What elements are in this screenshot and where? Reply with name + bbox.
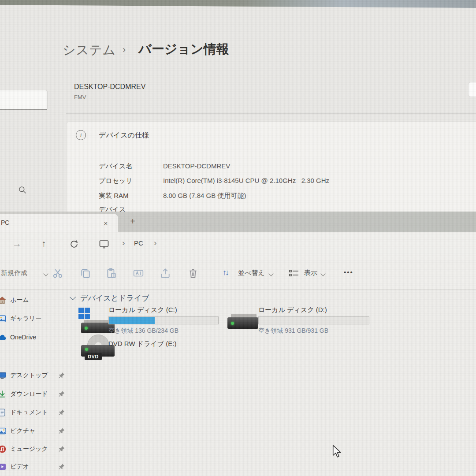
spec-value-ram: 8.00 GB (7.84 GB 使用可能)	[163, 192, 246, 200]
breadcrumb-pc[interactable]: PC	[134, 239, 143, 247]
downloads-icon	[0, 390, 7, 398]
explorer-window: PC × + → ↑ › PC › 新規作成	[0, 212, 476, 476]
forward-icon[interactable]: →	[12, 238, 22, 249]
new-button[interactable]: 新規作成	[1, 269, 27, 277]
device-name-header: DESKTOP-DCDMREV	[74, 83, 145, 91]
capacity-bar	[258, 316, 369, 324]
explorer-tab-bar: PC × +	[0, 212, 476, 232]
free-space-text: 空き領域 931 GB/931 GB	[258, 327, 328, 335]
sidebar-item-label: ダウンロード	[10, 390, 48, 398]
tab-close-icon[interactable]: ×	[100, 218, 111, 228]
sidebar-item-label: ドキュメント	[10, 409, 48, 416]
sidebar-item-desktop[interactable]: デスクトップ	[0, 370, 67, 385]
paste-icon[interactable]	[106, 268, 117, 279]
copy-icon[interactable]	[80, 268, 91, 279]
this-pc-icon[interactable]	[99, 239, 109, 249]
free-space-text: 空き領域 136 GB/234 GB	[108, 327, 178, 335]
breadcrumb-separator: ›	[123, 44, 126, 56]
chevron-down-icon	[268, 271, 273, 276]
sidebar-item-onedrive[interactable]: OneDrive	[0, 332, 67, 347]
gallery-icon	[0, 314, 7, 323]
specs-card-title: デバイスの仕様	[99, 131, 149, 140]
breadcrumb-chevron-icon: ›	[122, 238, 125, 248]
sidebar-item-music[interactable]: ミュージック	[0, 444, 67, 459]
spec-label-processor: プロセッサ	[99, 177, 160, 185]
pin-icon	[58, 409, 65, 416]
mouse-cursor	[332, 444, 342, 459]
group-header-devices-and-drives[interactable]: デバイスとドライブ	[80, 293, 149, 303]
pin-icon	[58, 463, 65, 470]
explorer-nav-bar: → ↑ › PC ›	[0, 232, 476, 258]
sidebar-item-label: OneDrive	[10, 334, 36, 341]
sidebar-item-label: デスクトップ	[10, 372, 48, 379]
search-icon	[18, 186, 27, 194]
sidebar-item-videos[interactable]: ビデオ	[0, 461, 67, 476]
home-icon	[0, 296, 7, 305]
sidebar-item-gallery[interactable]: ギャラリー	[0, 313, 67, 328]
music-icon	[0, 445, 7, 454]
breadcrumb-system[interactable]: システム	[63, 41, 116, 59]
tab-pc[interactable]: PC ×	[0, 214, 118, 232]
spec-value-device-name: DESKTOP-DCDMREV	[163, 162, 230, 170]
explorer-toolbar: 新規作成 ↑↓ 並べ替え 表示 •••	[0, 258, 476, 290]
pin-icon	[58, 390, 65, 397]
documents-icon	[0, 408, 7, 417]
drive-item-e-dvd[interactable]: DVD DVD RW ドライブ (E:)	[74, 342, 228, 372]
new-tab-icon[interactable]: +	[127, 216, 138, 227]
share-icon[interactable]	[160, 268, 171, 279]
cut-icon[interactable]	[52, 268, 63, 279]
sidebar-item-label: ピクチャ	[10, 427, 35, 435]
sidebar-item-pictures[interactable]: ピクチャ	[0, 426, 67, 441]
tab-title: PC	[1, 219, 9, 226]
pin-icon	[58, 446, 65, 452]
view-icon	[289, 269, 299, 278]
sidebar-item-label: ミュージック	[10, 445, 48, 453]
up-icon[interactable]: ↑	[41, 238, 46, 249]
sidebar-item-label: ホーム	[10, 296, 29, 304]
chevron-down-icon[interactable]	[70, 294, 76, 300]
refresh-icon[interactable]	[69, 239, 79, 249]
spec-label-device-name: デバイス名	[99, 162, 160, 171]
breadcrumb-chevron-icon[interactable]: ›	[154, 238, 156, 248]
settings-window: システム › バージョン情報 DESKTOP-DCDMREV FMV i デバイ…	[0, 0, 476, 212]
page-title-about: バージョン情報	[138, 41, 229, 58]
chevron-down-icon	[320, 271, 325, 276]
rename-icon[interactable]	[133, 268, 144, 279]
sidebar-divider	[0, 352, 60, 352]
hdd-icon	[227, 317, 258, 329]
divider	[66, 113, 476, 114]
onedrive-cloud-icon	[0, 333, 7, 342]
sidebar-item-label: ギャラリー	[10, 315, 41, 323]
drive-item-c[interactable]: ローカル ディスク (C:) 空き領域 136 GB/234 GB	[74, 305, 228, 337]
device-model: FMV	[74, 94, 86, 100]
view-button[interactable]: 表示	[304, 269, 317, 277]
info-icon: i	[76, 130, 86, 140]
drive-name: ローカル ディスク (D:)	[258, 306, 327, 314]
drive-name: ローカル ディスク (C:)	[108, 306, 177, 314]
sidebar-item-documents[interactable]: ドキュメント	[0, 407, 67, 422]
dvd-badge: DVD	[85, 353, 102, 360]
settings-search-input[interactable]	[0, 90, 48, 110]
spec-value-processor: Intel(R) Core(TM) i3-8145U CPU @ 2.10GHz…	[163, 177, 329, 184]
drive-name: DVD RW ドライブ (E:)	[108, 340, 176, 348]
chevron-down-icon	[43, 271, 48, 276]
desktop-icon	[0, 371, 7, 380]
sidebar-item-downloads[interactable]: ダウンロード	[0, 389, 67, 404]
delete-icon[interactable]	[187, 268, 199, 279]
sidebar-item-label: ビデオ	[10, 463, 29, 471]
sort-icon: ↑↓	[223, 268, 228, 277]
spec-label-ram: 実装 RAM	[99, 192, 160, 200]
pin-icon	[58, 372, 65, 379]
sidebar-item-home[interactable]: ホーム	[0, 295, 67, 310]
videos-icon	[0, 462, 7, 471]
rename-pc-button-partial[interactable]	[468, 82, 476, 97]
capacity-bar	[108, 316, 219, 324]
sort-button[interactable]: 並べ替え	[238, 269, 265, 277]
pin-icon	[58, 428, 65, 434]
windows-logo-icon	[78, 308, 90, 319]
drive-item-d[interactable]: ローカル ディスク (D:) 空き領域 931 GB/931 GB	[224, 305, 378, 337]
pictures-icon	[0, 427, 7, 435]
more-options-button[interactable]: •••	[344, 268, 353, 276]
